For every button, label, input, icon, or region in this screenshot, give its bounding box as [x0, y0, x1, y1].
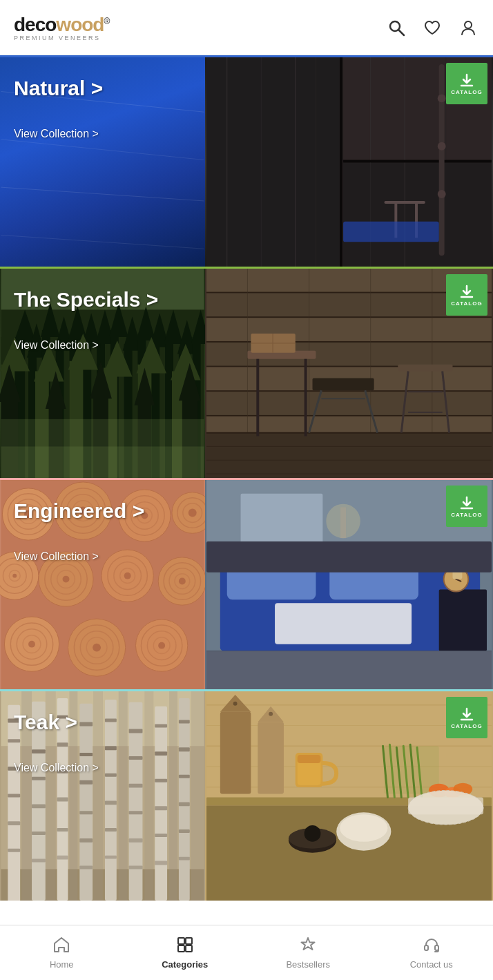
svg-rect-112 — [313, 378, 374, 390]
svg-rect-258 — [179, 802, 190, 806]
logo[interactable]: decowood® PREMIUM VENEERS — [14, 14, 109, 41]
svg-point-283 — [269, 712, 273, 716]
star-icon — [299, 936, 317, 957]
svg-rect-22 — [439, 64, 445, 256]
svg-rect-211 — [8, 849, 20, 852]
app-header: decowood® PREMIUM VENEERS — [0, 0, 493, 55]
svg-rect-232 — [79, 866, 93, 869]
teak-left: Teak > View Collection > — [0, 691, 205, 901]
natural-left: Natural > View Collection > — [0, 57, 205, 267]
natural-catalog-label: CATALOG — [451, 89, 482, 95]
svg-rect-231 — [79, 838, 93, 843]
svg-rect-190 — [275, 603, 412, 644]
specials-title: The Specials > — [14, 288, 191, 311]
svg-point-152 — [12, 574, 17, 578]
teak-catalog-label: CATALOG — [451, 723, 482, 729]
svg-point-177 — [93, 644, 101, 652]
svg-rect-218 — [32, 859, 46, 863]
engineered-view-collection[interactable]: View Collection > — [14, 550, 191, 563]
svg-rect-223 — [57, 797, 68, 801]
section-natural: Natural > View Collection > — [0, 55, 493, 267]
svg-rect-260 — [179, 857, 190, 861]
nav-home-label: Home — [50, 959, 74, 970]
svg-point-167 — [179, 578, 186, 585]
svg-rect-311 — [435, 945, 438, 950]
logo-subtitle: PREMIUM VENEERS — [14, 35, 109, 41]
svg-point-280 — [233, 702, 238, 706]
svg-rect-12 — [343, 160, 492, 163]
section-specials: The Specials > View Collection > — [0, 267, 493, 478]
svg-rect-196 — [206, 541, 492, 573]
svg-rect-307 — [186, 938, 192, 944]
svg-rect-122 — [398, 365, 452, 372]
engineered-right: CATALOG — [205, 480, 493, 689]
svg-line-1 — [399, 30, 405, 35]
svg-rect-86 — [1, 446, 204, 478]
nav-bestsellers-label: Bestsellers — [286, 959, 330, 970]
section-engineered: Engineered > View Collection > — [0, 478, 493, 689]
engineered-catalog-button[interactable]: CATALOG — [446, 486, 487, 527]
svg-line-5 — [1, 187, 204, 201]
svg-rect-99 — [206, 415, 492, 416]
teak-right: CATALOG — [205, 691, 493, 901]
natural-view-collection[interactable]: View Collection > — [14, 128, 191, 140]
svg-rect-298 — [408, 797, 483, 814]
specials-catalog-label: CATALOG — [451, 300, 482, 307]
nav-home[interactable]: Home — [0, 930, 124, 975]
main-content: Natural > View Collection > — [0, 55, 493, 956]
svg-rect-251 — [155, 806, 167, 810]
svg-line-4 — [1, 140, 204, 160]
headset-icon — [423, 936, 441, 957]
svg-rect-252 — [155, 834, 167, 837]
specials-catalog-button[interactable]: CATALOG — [446, 274, 487, 316]
svg-rect-229 — [79, 780, 93, 785]
svg-rect-253 — [155, 861, 167, 865]
svg-rect-107 — [206, 433, 492, 478]
svg-rect-9 — [340, 57, 342, 267]
natural-catalog-button[interactable]: CATALOG — [446, 63, 487, 104]
svg-rect-210 — [8, 821, 20, 825]
svg-rect-257 — [179, 775, 190, 778]
svg-rect-8 — [206, 57, 340, 267]
nav-contact[interactable]: Contact us — [370, 930, 494, 975]
svg-point-24 — [438, 142, 446, 151]
svg-rect-199 — [206, 651, 492, 689]
teak-catalog-button[interactable]: CATALOG — [446, 697, 487, 738]
svg-rect-191 — [439, 589, 487, 651]
svg-rect-286 — [298, 755, 321, 763]
svg-rect-216 — [32, 804, 46, 808]
svg-rect-237 — [105, 800, 117, 805]
svg-point-304 — [340, 814, 387, 842]
nav-categories[interactable]: Categories — [124, 930, 247, 975]
svg-rect-209 — [8, 794, 20, 798]
account-icon[interactable] — [457, 17, 479, 39]
search-icon[interactable] — [385, 17, 407, 39]
nav-categories-label: Categories — [162, 959, 208, 970]
specials-view-collection[interactable]: View Collection > — [14, 339, 191, 352]
svg-rect-250 — [155, 779, 167, 782]
svg-rect-281 — [258, 722, 284, 794]
svg-rect-198 — [340, 508, 346, 539]
svg-point-182 — [158, 642, 165, 649]
svg-point-25 — [438, 190, 446, 198]
svg-rect-217 — [32, 832, 46, 835]
header-icons — [385, 17, 479, 39]
teak-view-collection[interactable]: View Collection > — [14, 762, 191, 774]
svg-rect-93 — [206, 341, 492, 343]
svg-point-23 — [438, 94, 446, 102]
svg-rect-26 — [384, 201, 425, 204]
engineered-left: Engineered > View Collection > — [0, 480, 205, 689]
specials-right: CATALOG — [205, 269, 493, 478]
svg-rect-238 — [105, 828, 117, 832]
bottom-nav: Home Categories Bestsellers — [0, 925, 493, 980]
svg-point-162 — [124, 573, 131, 579]
teak-title: Teak > — [14, 711, 191, 734]
svg-rect-244 — [129, 811, 143, 814]
section-teak: Teak > View Collection > — [0, 689, 493, 901]
home-icon — [52, 936, 70, 957]
wishlist-icon[interactable] — [421, 17, 443, 39]
svg-rect-225 — [57, 856, 68, 860]
svg-rect-92 — [206, 318, 492, 341]
natural-title: Natural > — [14, 77, 191, 100]
nav-bestsellers[interactable]: Bestsellers — [246, 930, 370, 975]
